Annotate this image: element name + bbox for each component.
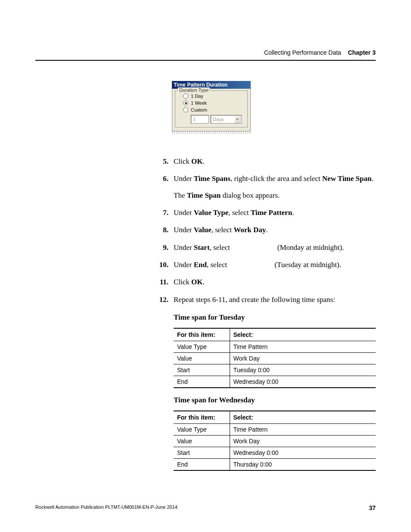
step-8: 8. Under Value, select Work Day. [158,224,376,236]
step-10: 10. Under End, select(Tuesday at midnigh… [158,259,376,271]
wednesday-heading: Time span for Wednesday [174,396,376,404]
table-row: Value TypeTime Pattern [174,341,376,353]
radio-icon [183,93,188,99]
step-6: 6. Under Time Spans, right-click the are… [158,173,376,201]
tuesday-heading: Time span for Tuesday [174,313,376,322]
page-footer: Rockwell Automation Publication PLTMT-UM… [35,504,376,511]
chevron-down-icon: ▼ [234,116,240,123]
custom-number-input[interactable]: 1 [191,115,209,124]
table-row: EndThursday 0:00 [174,459,376,471]
header-section: Collecting Performance Data [264,49,341,56]
table-row: EndWednesday 0:00 [174,376,376,388]
radio-custom[interactable]: Custom [179,106,244,113]
table-row: StartWednesday 0:00 [174,447,376,459]
radio-icon [183,107,188,112]
table-row: StartTuesday 0:00 [174,364,376,376]
table-row: Value TypeTime Pattern [174,424,376,436]
table-header: For this item: [174,328,230,341]
table-header: For this item: [174,411,230,424]
radio-1week[interactable]: 1 Week [179,100,244,106]
step-12: 12. Repeat steps 6-11, and create the fo… [158,294,376,305]
step-9: 9. Under Start, select(Monday at midnigh… [158,242,376,253]
custom-unit-dropdown[interactable]: Days ▼ [211,115,242,124]
radio-icon [183,100,188,106]
step-5: 5. Click OK. [158,156,376,167]
step-11: 11. Click OK. [158,277,376,288]
wednesday-table: For this item: Select: Value TypeTime Pa… [174,411,376,471]
dialog-screenshot: Time Pattern Duration Duration Type 1 Da… [172,81,251,134]
header-chapter: Chapter 3 [348,49,376,56]
content-area: 5. Click OK. 6. Under Time Spans, right-… [158,156,376,475]
page-header: Collecting Performance Data Chapter 3 [35,49,376,61]
radio-1day[interactable]: 1 Day [179,93,244,100]
table-header: Select: [230,411,376,424]
publication-info: Rockwell Automation Publication PLTMT-UM… [35,504,177,511]
table-row: ValueWork Day [174,436,376,447]
table-header: Select: [230,328,376,341]
page-number: 37 [369,504,376,511]
torn-edge-decoration [172,131,251,134]
fieldset-legend: Duration Type [178,87,210,93]
step-7: 7. Under Value Type, select Time Pattern… [158,207,376,218]
table-row: ValueWork Day [174,353,376,364]
tuesday-table: For this item: Select: Value TypeTime Pa… [174,328,376,388]
